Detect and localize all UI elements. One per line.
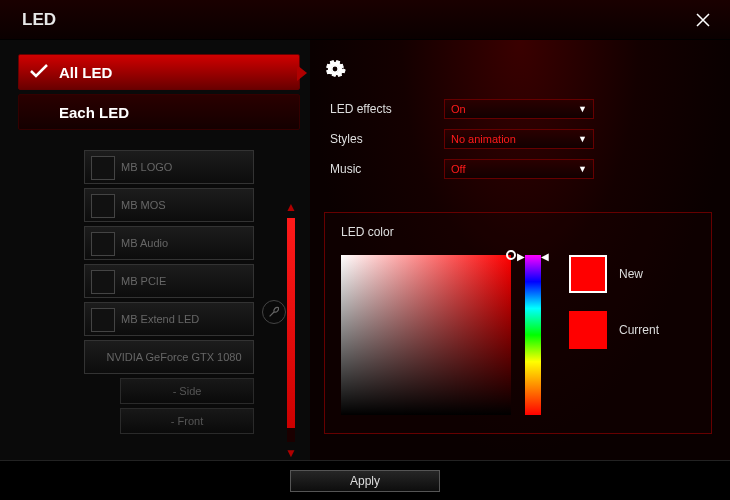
device-label: NVIDIA GeForce GTX 1080 <box>106 351 241 363</box>
device-mb-mos[interactable]: MB MOS <box>84 188 254 222</box>
check-icon <box>29 63 49 82</box>
chevron-down-icon: ▼ <box>578 134 587 144</box>
device-mb-pcie[interactable]: MB PCIE <box>84 264 254 298</box>
titlebar: LED <box>0 0 730 40</box>
device-list: MB LOGO MB MOS MB Audio MB PCIE MB Exten… <box>84 150 254 434</box>
tab-arrow-icon <box>297 65 307 81</box>
row-led-effects: LED effects On ▼ <box>324 96 712 122</box>
settings-wrench-button[interactable] <box>262 300 286 324</box>
led-effects-label: LED effects <box>324 102 444 116</box>
swatch-column: New Current <box>569 255 659 349</box>
device-label: MB LOGO <box>121 161 172 173</box>
led-window: LED All LED Each LED MB LOGO MB MOS MB A… <box>0 0 730 500</box>
gear-icon <box>324 58 346 85</box>
device-icon <box>91 270 115 294</box>
scroll-thumb[interactable] <box>287 218 295 428</box>
led-color-panel: LED color ▶ ◀ New <box>324 212 712 434</box>
svg-point-0 <box>332 66 338 72</box>
scroll-up-icon[interactable]: ▲ <box>285 200 297 214</box>
music-label: Music <box>324 162 444 176</box>
device-icon <box>91 194 115 218</box>
swatch-new-row: New <box>569 255 659 293</box>
device-gpu[interactable]: NVIDIA GeForce GTX 1080 <box>84 340 254 374</box>
close-button[interactable] <box>688 5 718 35</box>
left-panel: All LED Each LED MB LOGO MB MOS MB Audio… <box>0 40 310 460</box>
swatch-new <box>569 255 607 293</box>
swatch-current <box>569 311 607 349</box>
device-label: MB PCIE <box>121 275 166 287</box>
tab-all-led[interactable]: All LED <box>18 54 300 90</box>
sub-device-label: - Front <box>171 415 203 427</box>
hue-column: ▶ ◀ <box>525 255 541 415</box>
saturation-value-picker[interactable] <box>341 255 511 415</box>
apply-label: Apply <box>350 474 380 488</box>
window-title: LED <box>22 10 56 30</box>
body: All LED Each LED MB LOGO MB MOS MB Audio… <box>0 40 730 460</box>
row-music: Music Off ▼ <box>324 156 712 182</box>
hue-pointer-left-icon: ▶ <box>517 251 525 262</box>
device-scrollbar[interactable]: ▲ ▼ <box>284 200 298 460</box>
led-effects-value: On <box>451 103 466 115</box>
color-picker-body: ▶ ◀ New Current <box>341 255 695 415</box>
device-mb-extend[interactable]: MB Extend LED <box>84 302 254 336</box>
sub-device-side[interactable]: - Side <box>120 378 254 404</box>
device-label: MB Audio <box>121 237 168 249</box>
swatch-current-label: Current <box>619 323 659 337</box>
apply-button[interactable]: Apply <box>290 470 440 492</box>
scroll-down-icon[interactable]: ▼ <box>285 446 297 460</box>
device-label: MB MOS <box>121 199 166 211</box>
led-color-title: LED color <box>341 225 695 239</box>
row-styles: Styles No animation ▼ <box>324 126 712 152</box>
music-value: Off <box>451 163 465 175</box>
right-panel: LED effects On ▼ Styles No animation ▼ M… <box>310 40 730 460</box>
tab-each-led[interactable]: Each LED <box>18 94 300 130</box>
device-icon <box>91 308 115 332</box>
hue-slider[interactable] <box>525 255 541 415</box>
device-icon <box>91 156 115 180</box>
music-dropdown[interactable]: Off ▼ <box>444 159 594 179</box>
sv-cursor-icon <box>506 250 516 260</box>
styles-value: No animation <box>451 133 516 145</box>
device-mb-audio[interactable]: MB Audio <box>84 226 254 260</box>
device-mb-logo[interactable]: MB LOGO <box>84 150 254 184</box>
scroll-track[interactable] <box>287 218 295 442</box>
footer: Apply <box>0 460 730 500</box>
tab-all-label: All LED <box>59 64 112 81</box>
device-label: MB Extend LED <box>121 313 199 325</box>
device-icon <box>91 232 115 256</box>
swatch-new-label: New <box>619 267 643 281</box>
wrench-icon <box>267 305 281 319</box>
sub-device-label: - Side <box>173 385 202 397</box>
tab-each-label: Each LED <box>59 104 129 121</box>
hue-pointer-right-icon: ◀ <box>541 251 549 262</box>
settings-header <box>324 54 712 88</box>
close-icon <box>695 12 711 28</box>
styles-label: Styles <box>324 132 444 146</box>
swatch-current-row: Current <box>569 311 659 349</box>
sub-device-front[interactable]: - Front <box>120 408 254 434</box>
chevron-down-icon: ▼ <box>578 164 587 174</box>
chevron-down-icon: ▼ <box>578 104 587 114</box>
led-effects-dropdown[interactable]: On ▼ <box>444 99 594 119</box>
styles-dropdown[interactable]: No animation ▼ <box>444 129 594 149</box>
